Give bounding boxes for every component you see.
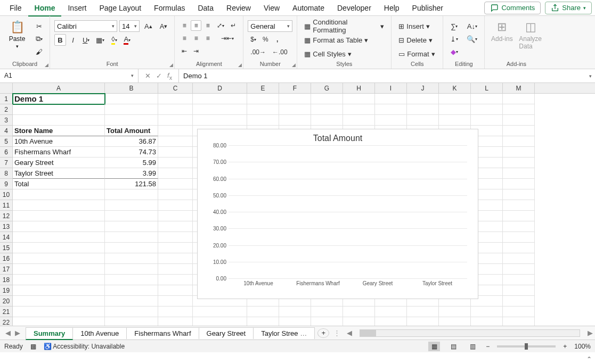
find-select-button[interactable]: 🔍▾: [464, 33, 480, 45]
cell-E22[interactable]: [247, 317, 279, 326]
cell-B22[interactable]: [105, 317, 158, 326]
format-painter-button[interactable]: 🖌: [33, 46, 45, 57]
column-header-C[interactable]: C: [158, 83, 193, 93]
menu-tab-automate[interactable]: Automate: [286, 2, 331, 15]
cell-A3[interactable]: [13, 115, 105, 126]
cell-B11[interactable]: [105, 200, 158, 211]
comments-button[interactable]: Comments: [484, 2, 541, 14]
menu-tab-home[interactable]: Home: [28, 2, 62, 16]
menu-tab-review[interactable]: Review: [220, 2, 257, 15]
normal-view-button[interactable]: ▦: [428, 342, 440, 351]
row-header-14[interactable]: 14: [0, 232, 13, 243]
cell-C13[interactable]: [158, 221, 193, 232]
row-header-13[interactable]: 13: [0, 221, 13, 232]
cell-A19[interactable]: [13, 285, 105, 296]
cell-J22[interactable]: [407, 317, 439, 326]
column-header-D[interactable]: D: [193, 83, 247, 93]
formula-input[interactable]: Demo 1: [178, 69, 586, 83]
cell-I1[interactable]: [375, 94, 407, 104]
cell-A9[interactable]: Total: [13, 179, 105, 189]
cell-A16[interactable]: [13, 253, 105, 264]
cell-A2[interactable]: [13, 104, 105, 115]
cell-B13[interactable]: [105, 221, 158, 232]
cell-C19[interactable]: [158, 285, 193, 296]
row-header-10[interactable]: 10: [0, 189, 13, 200]
sheet-tab-10th-avenue[interactable]: 10th Avenue: [72, 327, 127, 339]
cell-A6[interactable]: Fishermans Wharf: [13, 147, 105, 158]
cell-C7[interactable]: [158, 158, 193, 168]
cell-F3[interactable]: [279, 115, 311, 126]
fx-button[interactable]: fx: [167, 71, 172, 81]
addins-button[interactable]: ⊞ Add-ins: [489, 18, 515, 45]
wrap-text-button[interactable]: ↵: [228, 20, 239, 31]
delete-cells-button[interactable]: ⊟ Delete▾: [396, 34, 438, 46]
decrease-decimal-button[interactable]: ←.00: [270, 47, 290, 57]
cell-H2[interactable]: [343, 104, 375, 115]
menu-tab-formulas[interactable]: Formulas: [148, 2, 191, 15]
cell-M17[interactable]: [503, 264, 535, 275]
cell-F1[interactable]: [279, 94, 311, 104]
borders-button[interactable]: ▦▾: [93, 34, 107, 46]
cell-L22[interactable]: [471, 317, 503, 326]
menu-tab-data[interactable]: Data: [191, 2, 220, 15]
cell-B8[interactable]: 3.99: [105, 168, 158, 179]
cell-B3[interactable]: [105, 115, 158, 126]
increase-font-button[interactable]: A▴: [142, 20, 155, 32]
decrease-indent-button[interactable]: ⇤: [179, 46, 190, 56]
orientation-button[interactable]: ⤢▾: [214, 20, 227, 31]
cell-B7[interactable]: 5.99: [105, 158, 158, 168]
macro-record-button[interactable]: ▩: [30, 343, 36, 350]
cell-K2[interactable]: [439, 104, 471, 115]
font-color-button[interactable]: A▾: [121, 34, 133, 46]
cell-A17[interactable]: [13, 264, 105, 275]
zoom-out-button[interactable]: −: [486, 343, 490, 350]
cell-A8[interactable]: Taylor Street: [13, 168, 105, 179]
cell-B20[interactable]: [105, 296, 158, 307]
analyze-data-button[interactable]: ◫ Analyze Data: [518, 18, 543, 52]
cell-M16[interactable]: [503, 253, 535, 264]
cell-styles-button[interactable]: ▦ Cell Styles▾: [301, 48, 387, 60]
cell-C12[interactable]: [158, 211, 193, 221]
align-right-button[interactable]: ≡: [202, 33, 213, 44]
cell-D2[interactable]: [193, 104, 247, 115]
select-all-corner[interactable]: [0, 83, 13, 93]
confirm-edit-button[interactable]: ✓: [156, 72, 162, 80]
column-header-M[interactable]: M: [503, 83, 535, 93]
cell-B5[interactable]: 36.87: [105, 136, 158, 147]
column-header-L[interactable]: L: [471, 83, 503, 93]
cell-M15[interactable]: [503, 243, 535, 253]
hscroll-right-button[interactable]: ▶: [585, 329, 595, 337]
fill-color-button[interactable]: ◊▾: [108, 34, 120, 46]
cell-H21[interactable]: [343, 307, 375, 317]
cell-C4[interactable]: [158, 126, 193, 136]
cell-K22[interactable]: [439, 317, 471, 326]
cell-C8[interactable]: [158, 168, 193, 179]
zoom-level[interactable]: 100%: [574, 343, 591, 350]
insert-cells-button[interactable]: ⊞ Insert▾: [396, 20, 438, 32]
cell-C11[interactable]: [158, 200, 193, 211]
cell-H22[interactable]: [343, 317, 375, 326]
zoom-in-button[interactable]: +: [563, 343, 567, 350]
name-box[interactable]: A1▾: [0, 69, 138, 83]
chart[interactable]: Total Amount 0.0010.0020.0030.0040.0050.…: [197, 129, 478, 299]
column-header-K[interactable]: K: [439, 83, 471, 93]
cell-I2[interactable]: [375, 104, 407, 115]
cell-E3[interactable]: [247, 115, 279, 126]
row-header-6[interactable]: 6: [0, 147, 13, 158]
cell-J1[interactable]: [407, 94, 439, 104]
column-header-G[interactable]: G: [311, 83, 343, 93]
row-header-21[interactable]: 21: [0, 307, 13, 317]
cell-B6[interactable]: 74.73: [105, 147, 158, 158]
number-launcher-icon[interactable]: ◢: [292, 62, 296, 68]
accounting-format-button[interactable]: $▾: [248, 34, 259, 45]
cell-C10[interactable]: [158, 189, 193, 200]
sort-filter-button[interactable]: A↓▾: [464, 20, 480, 32]
cell-M8[interactable]: [503, 168, 535, 179]
cell-A4[interactable]: Store Name: [13, 126, 105, 136]
cell-M5[interactable]: [503, 136, 535, 147]
row-header-17[interactable]: 17: [0, 264, 13, 275]
cell-M19[interactable]: [503, 285, 535, 296]
row-header-12[interactable]: 12: [0, 211, 13, 221]
cell-A22[interactable]: [13, 317, 105, 326]
cell-L2[interactable]: [471, 104, 503, 115]
